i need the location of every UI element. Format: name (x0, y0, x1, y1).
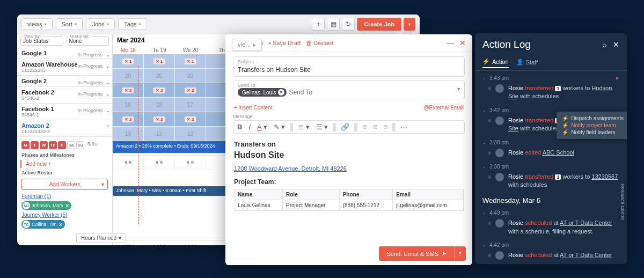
journey-category[interactable]: Journey Worker (5) (17, 211, 112, 219)
sendto-field[interactable]: Send To Gelinas, Louis✕ ▾ (233, 80, 465, 99)
avatar (495, 219, 504, 228)
filter-icon-button[interactable]: ▦ (327, 18, 340, 31)
view-button[interactable]: vie… ▸ (232, 39, 262, 51)
project-team-table: Name Role Phone Email Louis Gelinas Proj… (234, 189, 464, 211)
tab-action[interactable]: ⚡Action (482, 58, 509, 68)
link-button[interactable]: 🔗 (339, 122, 351, 131)
day-pill[interactable]: M (21, 141, 30, 149)
action-popup-menu: ⚡Dispatch assignments ⚡Notify project te… (557, 112, 627, 139)
job-item[interactable]: Google 2In-Progress⌄ (17, 76, 112, 87)
day-pill[interactable]: Th (49, 141, 57, 149)
sort-dropdown[interactable]: Sort≡ (56, 18, 83, 30)
bolt-icon: ⚡ (562, 129, 568, 135)
chevron-down-icon: ▾ (45, 22, 47, 27)
subject-field[interactable]: Subject (233, 56, 465, 77)
add-workers-button[interactable]: Add Workers (21, 179, 108, 190)
job-item[interactable]: Google 1In-Progress⌄ (17, 48, 112, 59)
insert-content-button[interactable]: + Insert Content (234, 105, 272, 111)
menu-item[interactable]: ⚡Notify project team (562, 122, 624, 129)
send-icon[interactable]: ➤ (615, 75, 619, 81)
views-dropdown[interactable]: views▾ (21, 18, 53, 30)
address-link[interactable]: 1208 Woodward Avenue, Detroit, MI 48226 (234, 165, 464, 172)
chevron-down-icon: ⌄ (106, 91, 110, 97)
jobs-dropdown[interactable]: Jobs≡ (86, 18, 115, 30)
message-body[interactable]: Transfers on Hudson Site 1208 Woodward A… (233, 138, 465, 213)
close-icon[interactable]: ✕ (459, 39, 466, 47)
group-by-select[interactable]: Group By: None (67, 36, 109, 46)
day-header[interactable]: Mo 18 (113, 46, 144, 54)
sendto-input[interactable] (289, 89, 460, 96)
create-job-dropdown[interactable]: ▾ (404, 18, 415, 31)
job-item[interactable]: Facebook 254546-2In-Progress⌄ (17, 87, 112, 104)
more-button[interactable]: ⋯ (399, 122, 409, 131)
chevron-down-icon[interactable]: ▾ (457, 86, 460, 92)
rte-toolbar: B I A ▾ ✎ ▾ ≣ ▾ ☰ ▾ 🔗 ≡ ≡ ≡ ⋯ (233, 120, 465, 134)
bullet-icon (488, 151, 491, 155)
external-email-toggle[interactable]: @External Email (423, 105, 464, 111)
create-job-button[interactable]: Create Job (357, 18, 401, 31)
phases-label: Phases and Milestones (17, 151, 112, 159)
resource-center-tab[interactable]: Resource Center (618, 173, 627, 231)
log-time-row[interactable]: ⌄3:30 pm (475, 162, 627, 172)
foreman-category[interactable]: Foreman (1) (17, 192, 112, 200)
day-pill[interactable]: Sa (67, 141, 75, 149)
cell-value: 20 (156, 73, 162, 79)
save-draft-button[interactable]: ▪Save Draft (269, 40, 301, 46)
log-time-row[interactable]: ⌄4:49 pm (475, 208, 627, 218)
cell-value: 13 (125, 131, 131, 137)
job-item-expanded[interactable]: Amazon 2111222333-2⌃ (17, 120, 112, 137)
text-color-button[interactable]: A ▾ (255, 122, 269, 131)
avatar (495, 84, 504, 93)
hours-planned-dropdown[interactable]: Hours Planned ▾ (76, 233, 126, 243)
subject-input[interactable] (238, 66, 460, 74)
recipient-chip[interactable]: Gelinas, Louis✕ (238, 88, 287, 97)
refresh-icon-button[interactable]: ↻ (342, 18, 355, 31)
table-cell: Louis Gelinas (235, 200, 283, 211)
menu-item[interactable]: ⚡Notify field leaders (562, 129, 624, 136)
align-right-button[interactable]: ≡ (382, 122, 390, 131)
minimize-icon[interactable]: — (447, 39, 454, 47)
day-pill[interactable]: T (31, 141, 39, 149)
table-header: Role (283, 189, 340, 200)
log-time-row[interactable]: ⌄4:42 pm (475, 240, 627, 250)
worker-chip[interactable]: TCCollins, Tim✕ (21, 220, 65, 229)
day-header[interactable]: We 20 (175, 46, 206, 54)
tags-dropdown[interactable]: Tags≡ (118, 18, 147, 30)
search-icon[interactable]: ⌕ (602, 40, 606, 49)
bold-button[interactable]: B (236, 122, 244, 131)
highlight-button[interactable]: ✎ ▾ (272, 122, 287, 131)
add-icon-button[interactable]: + (312, 18, 325, 31)
close-icon[interactable]: ✕ (613, 40, 619, 49)
remove-icon[interactable]: ✕ (58, 222, 63, 228)
worker-chip[interactable]: MJJohnson, Mary✕ (21, 201, 71, 210)
action-log-panel: Action Log ⌕ ✕ ⚡Action 👤Staff ⌄3:43 pm➤ … (475, 33, 627, 264)
job-item[interactable]: Amazon Warehouse111222333In-Progress⌄ (17, 59, 112, 76)
chevron-down-icon: ⌄ (482, 164, 486, 169)
number-list-button[interactable]: ☰ ▾ (314, 122, 330, 131)
bolt-icon: ⚡ (482, 58, 490, 65)
day-pill[interactable]: Su (76, 141, 84, 149)
send-dropdown[interactable]: ▾ (454, 246, 466, 261)
add-new-link[interactable]: Add new + (20, 160, 109, 168)
align-left-button[interactable]: ≡ (361, 122, 368, 131)
remove-icon[interactable]: ✕ (65, 203, 69, 209)
italic-button[interactable]: I (247, 122, 252, 131)
discard-button[interactable]: 🗑Discard (306, 40, 333, 46)
log-entry: Rosie scheduled at AT or T Data Center w… (475, 218, 627, 240)
job-item[interactable]: Facebook 154546-1In-Progress⌄ (17, 104, 112, 120)
send-button[interactable]: Send, Email & SMS➤ (379, 246, 454, 261)
log-entry: Rosie edited ABC School (475, 148, 627, 162)
view-by-select[interactable]: View By: Job Status (20, 36, 63, 46)
align-center-button[interactable]: ≡ (371, 122, 379, 131)
day-header[interactable]: Tu 19 (144, 46, 175, 54)
bullet-list-button[interactable]: ≣ ▾ (296, 122, 311, 131)
remove-icon[interactable]: ✕ (278, 89, 284, 96)
day-pill[interactable]: W (40, 141, 48, 149)
tab-staff[interactable]: 👤Staff (516, 58, 538, 68)
day-pill[interactable]: F (58, 141, 66, 149)
cell-value: 17 (187, 102, 193, 108)
menu-item[interactable]: ⚡Dispatch assignments (562, 115, 624, 122)
action-log-tabs: ⚡Action 👤Staff (475, 56, 627, 71)
log-time-row[interactable]: ⌄3:43 pm➤ (475, 73, 627, 83)
action-log-list[interactable]: ⌄3:43 pm➤ Rosie transferred 1 workers to… (475, 71, 627, 261)
